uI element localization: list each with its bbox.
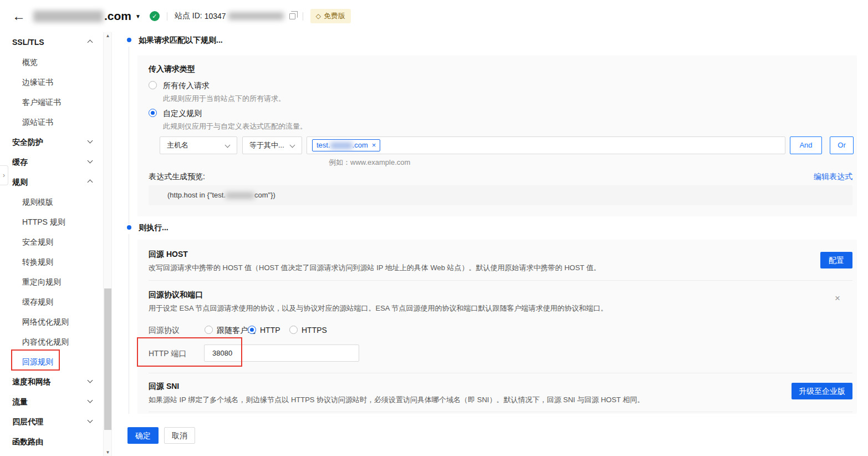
timeline-line bbox=[129, 234, 129, 414]
cancel-button[interactable]: 取消 bbox=[164, 427, 195, 444]
chevron-down-icon bbox=[88, 398, 93, 403]
actions-card: 回源 HOST 改写回源请求中携带的 HOST 值（HOST 值决定了回源请求访… bbox=[137, 240, 857, 414]
redacted-site-domain bbox=[33, 11, 103, 22]
field-select-value: 主机名 bbox=[167, 141, 188, 149]
radio-all-requests[interactable] bbox=[149, 81, 157, 89]
radio-http-label[interactable]: HTTP bbox=[260, 326, 280, 335]
chevron-down-icon bbox=[88, 158, 93, 164]
site-id-label: 站点 ID: bbox=[175, 11, 202, 21]
sidebar-group-security[interactable]: 安全防护 bbox=[0, 132, 103, 152]
sidebar-item-content-opt-rules[interactable]: 内容优化规则 bbox=[0, 332, 103, 352]
radio-all-requests-label[interactable]: 所有传入请求 bbox=[163, 81, 210, 91]
plan-badge-label: 免费版 bbox=[324, 11, 345, 21]
value-hint: 例如：www.example.com bbox=[329, 158, 410, 168]
sidebar-group-l4-proxy[interactable]: 四层代理 bbox=[0, 412, 103, 432]
configure-button[interactable]: 配置 bbox=[820, 252, 852, 268]
origin-sni-desc: 如果源站 IP 绑定了多个域名，则边缘节点以 HTTPS 协议访问源站时，必须设… bbox=[149, 395, 644, 405]
http-port-input[interactable] bbox=[204, 344, 359, 362]
sidebar-group-speed-network[interactable]: 速度和网络 bbox=[0, 372, 103, 392]
tag-remove-icon[interactable]: × bbox=[372, 140, 376, 151]
sidebar-item-function-routes[interactable]: 函数路由 bbox=[0, 432, 103, 452]
sidebar-item-edge-cert[interactable]: 边缘证书 bbox=[0, 72, 103, 92]
origin-sni-title: 回源 SNI bbox=[149, 382, 179, 392]
header: ← .com ▼ ✓ 站点 ID: 10347 ◇ 免费版 bbox=[0, 0, 868, 32]
radio-http[interactable] bbox=[248, 326, 256, 334]
upgrade-enterprise-button[interactable]: 升级至企业版 bbox=[792, 383, 852, 399]
http-port-label: HTTP 端口 bbox=[149, 349, 186, 359]
sidebar-item-rule-template[interactable]: 规则模版 bbox=[0, 192, 103, 212]
sidebar-item-cache-rules[interactable]: 缓存规则 bbox=[0, 292, 103, 312]
site-id-value: 10347 bbox=[205, 12, 226, 21]
or-button[interactable]: Or bbox=[830, 136, 854, 154]
redacted-expression-domain bbox=[226, 192, 254, 199]
sidebar-item-security-rules[interactable]: 安全规则 bbox=[0, 232, 103, 252]
site-switcher[interactable]: .com ▼ bbox=[33, 9, 141, 23]
chevron-right-icon: › bbox=[3, 171, 5, 179]
field-select[interactable]: 主机名 bbox=[160, 136, 237, 154]
back-arrow-icon[interactable]: ← bbox=[12, 9, 25, 23]
plan-badge: ◇ 免费版 bbox=[310, 9, 351, 23]
sidebar-item-label: 缓存规则 bbox=[22, 297, 53, 306]
sidebar-item-label: 速度和网络 bbox=[12, 377, 51, 386]
sidebar-item-redirect-rules[interactable]: 重定向规则 bbox=[0, 272, 103, 292]
sidebar-item-label: 函数路由 bbox=[12, 437, 43, 446]
sidebar: SSL/TLS 概览 边缘证书 客户端证书 源站证书 安全防护 缓存 规则 规则… bbox=[0, 32, 112, 456]
section-divider bbox=[149, 412, 852, 412]
radio-custom-rule-label[interactable]: 自定义规则 bbox=[163, 109, 202, 119]
sidebar-group-cache[interactable]: 缓存 bbox=[0, 152, 103, 172]
sidebar-item-client-cert[interactable]: 客户端证书 bbox=[0, 92, 103, 112]
operator-select[interactable]: 等于其中... bbox=[242, 136, 302, 154]
scroll-up-icon[interactable]: ▲ bbox=[104, 33, 112, 38]
header-divider bbox=[303, 12, 303, 21]
sidebar-scrollbar[interactable]: ▲ ▼ bbox=[103, 32, 111, 456]
redacted-tag-domain bbox=[330, 143, 353, 149]
sidebar-group-ssl-tls[interactable]: SSL/TLS bbox=[0, 32, 103, 52]
sidebar-item-label: 客户端证书 bbox=[22, 98, 61, 107]
sidebar-item-network-opt-rules[interactable]: 网络优化规则 bbox=[0, 312, 103, 332]
radio-https[interactable] bbox=[289, 326, 298, 334]
value-tag: test..com × bbox=[312, 139, 380, 151]
sidebar-collapse-toggle[interactable]: › bbox=[0, 165, 8, 185]
chevron-down-icon bbox=[88, 418, 93, 423]
edit-expression-link[interactable]: 编辑表达式 bbox=[814, 172, 852, 182]
preview-label: 表达式生成预览: bbox=[149, 172, 205, 182]
site-id: 站点 ID: 10347 bbox=[175, 11, 295, 21]
origin-protocol-label: 回源协议 bbox=[149, 326, 180, 336]
sidebar-item-transform-rules[interactable]: 转换规则 bbox=[0, 252, 103, 272]
scrollbar-thumb[interactable] bbox=[104, 288, 111, 430]
sidebar-item-label: 源站证书 bbox=[22, 118, 53, 126]
radio-all-requests-desc: 此规则应用于当前站点下的所有请求。 bbox=[163, 94, 285, 104]
sidebar-item-label: 四层代理 bbox=[12, 417, 43, 426]
match-rule-card: 传入请求类型 所有传入请求 此规则应用于当前站点下的所有请求。 自定义规则 此规… bbox=[137, 55, 857, 216]
timeline-line bbox=[129, 47, 129, 224]
expression-text: (http.host in {"test. bbox=[167, 191, 226, 199]
main-content: 如果请求匹配以下规则... 传入请求类型 所有传入请求 此规则应用于当前站点下的… bbox=[112, 32, 868, 456]
sidebar-group-rules[interactable]: 规则 bbox=[0, 172, 103, 192]
chevron-down-icon bbox=[88, 378, 93, 383]
radio-custom-rule[interactable] bbox=[149, 109, 157, 117]
sidebar-item-https-rules[interactable]: HTTPS 规则 bbox=[0, 212, 103, 232]
radio-follow-client[interactable] bbox=[205, 326, 213, 334]
close-icon[interactable]: × bbox=[835, 293, 840, 303]
sidebar-item-label: 重定向规则 bbox=[22, 277, 61, 286]
copy-icon[interactable] bbox=[289, 13, 295, 19]
origin-protocol-port-desc: 用于设定 ESA 节点回源请求使用的协议，以及与协议对应的源站端口。ESA 节点… bbox=[149, 303, 607, 313]
sidebar-group-traffic[interactable]: 流量 bbox=[0, 392, 103, 412]
radio-https-label[interactable]: HTTPS bbox=[302, 326, 327, 335]
sidebar-item-overview[interactable]: 概览 bbox=[0, 52, 103, 72]
sidebar-item-origin-cert[interactable]: 源站证书 bbox=[0, 112, 103, 132]
chevron-up-icon bbox=[88, 180, 93, 185]
and-button[interactable]: And bbox=[790, 136, 822, 154]
chevron-up-icon bbox=[88, 40, 93, 45]
sidebar-item-label: 边缘证书 bbox=[22, 78, 53, 87]
confirm-button[interactable]: 确定 bbox=[127, 427, 159, 444]
request-type-title: 传入请求类型 bbox=[149, 64, 195, 74]
sidebar-item-origin-rules[interactable]: 回源规则 bbox=[0, 352, 103, 372]
value-tag-input[interactable]: test..com × bbox=[307, 136, 785, 154]
sidebar-item-label: 规则 bbox=[12, 178, 28, 186]
origin-host-title: 回源 HOST bbox=[149, 250, 188, 260]
sidebar-item-label: 安全规则 bbox=[22, 237, 53, 246]
scroll-down-icon[interactable]: ▼ bbox=[104, 450, 112, 455]
operator-select-value: 等于其中... bbox=[249, 141, 284, 149]
sidebar-item-label: 转换规则 bbox=[22, 257, 53, 266]
